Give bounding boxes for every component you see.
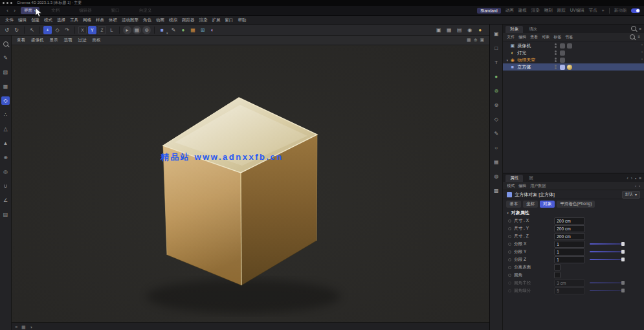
size-x-field[interactable]: 200 cm xyxy=(554,217,585,225)
mograph-cloner-icon[interactable]: ⊞ xyxy=(199,26,207,34)
visibility-dots[interactable] xyxy=(555,58,557,62)
object-name[interactable]: 物理天空 xyxy=(517,57,555,63)
tab-objects[interactable]: 对象 xyxy=(505,26,523,33)
enable-axis-icon[interactable]: ⊕ xyxy=(1,153,10,162)
tag-chip[interactable] xyxy=(560,50,565,56)
menu-animate[interactable]: 动画 xyxy=(156,17,164,23)
globe-icon[interactable]: ◍ xyxy=(492,172,500,181)
am-menu-edit[interactable]: 编辑 xyxy=(518,183,526,189)
window-close-button[interactable] xyxy=(3,2,5,4)
preset-dropdown[interactable]: 默认 ▾ xyxy=(622,191,640,199)
x-axis-lock-button[interactable]: X xyxy=(78,26,87,34)
size-y-field[interactable]: 200 cm xyxy=(554,225,585,232)
layout-tab[interactable]: 渲染 xyxy=(531,8,540,14)
filter-icon[interactable]: ≡ xyxy=(638,35,640,39)
menu-mograph[interactable]: 运动图形 xyxy=(122,17,139,23)
cube-primitive-icon[interactable]: ■ xyxy=(158,26,166,34)
menu-volume[interactable]: 体积 xyxy=(109,17,117,23)
arrow-left-icon[interactable]: ‹ xyxy=(635,184,636,188)
rotate-tool-icon[interactable]: ↷ xyxy=(63,26,71,34)
search-icon[interactable] xyxy=(631,26,636,32)
menu-create[interactable]: 创建 xyxy=(31,17,39,23)
om-menu-objects[interactable]: 对象 xyxy=(542,34,550,40)
segments-y-field[interactable]: 1 xyxy=(554,248,585,256)
layout-tab[interactable]: 雕刻 xyxy=(544,8,553,14)
tab-takes[interactable]: 场次 xyxy=(524,26,542,33)
volume-builder-icon[interactable]: ▦ xyxy=(189,26,197,34)
fillet-radius-field[interactable]: 3 cm xyxy=(554,280,585,287)
object-name[interactable]: 摄像机 xyxy=(517,43,555,49)
material-ball-icon[interactable]: ● xyxy=(476,26,484,34)
viewport-custom-layout-icon[interactable]: ▤ xyxy=(455,26,463,34)
coordinate-system-icon[interactable]: L xyxy=(107,26,116,34)
size-z-field[interactable]: 200 cm xyxy=(554,233,585,240)
menu-icon[interactable]: ≡ xyxy=(15,325,17,329)
top-menu-item[interactable]: 自定义 xyxy=(139,8,152,14)
axis-toggle-icon[interactable]: ⊕ xyxy=(474,38,478,43)
make-editable-icon[interactable]: ✎ xyxy=(1,54,10,62)
viewport-quad-layout-icon[interactable]: ▦ xyxy=(445,26,453,34)
texture-mode-icon[interactable]: ▦ xyxy=(1,82,10,91)
menu-spline[interactable]: 样条 xyxy=(96,17,104,23)
undo-icon[interactable]: ↺ xyxy=(3,26,11,34)
dynamics-icon[interactable]: ◐ xyxy=(208,26,217,34)
lock-icon[interactable]: • xyxy=(635,176,636,181)
menu-edit[interactable]: 编辑 xyxy=(18,17,27,23)
gpu-renderer-icon[interactable]: ◉ xyxy=(465,26,474,34)
viewport-menu-cameras[interactable]: 摄像机 xyxy=(31,38,44,43)
back-icon[interactable]: ‹ xyxy=(4,7,11,14)
object-properties-header[interactable]: ▾ 对象属性 xyxy=(503,209,644,217)
segments-x-slider[interactable] xyxy=(590,243,625,245)
camera-icon[interactable]: ▣ xyxy=(492,30,500,38)
live-selection-icon[interactable]: ↖ xyxy=(28,26,36,34)
window-zoom-button[interactable] xyxy=(10,2,12,4)
render-picture-viewer-icon[interactable]: ▦ xyxy=(133,26,141,34)
history-forward-icon[interactable]: › xyxy=(631,176,632,181)
visibility-dots[interactable] xyxy=(555,50,557,55)
am-menu-userdata[interactable]: 用户数据 xyxy=(530,183,546,189)
menu-help[interactable]: 帮助 xyxy=(238,17,247,23)
om-menu-edit[interactable]: 编辑 xyxy=(518,34,526,40)
om-menu-file[interactable]: 文件 xyxy=(507,34,515,40)
fillet-subdivision-field[interactable]: 5 xyxy=(554,287,585,294)
maximize-viewport-icon[interactable]: ▣ xyxy=(480,38,485,43)
text-tool-icon[interactable]: T xyxy=(492,58,500,67)
object-row-sky[interactable]: ▾ ◉ 物理天空 xyxy=(503,56,644,63)
layout-tab[interactable]: 建模 xyxy=(518,8,527,14)
spline-icon[interactable]: ◇ xyxy=(492,115,500,124)
tag-chip[interactable] xyxy=(567,43,572,49)
segments-x-field[interactable]: 1 xyxy=(554,241,585,248)
generator-icon[interactable]: ⊛ xyxy=(492,87,500,95)
visibility-dots[interactable] xyxy=(555,65,557,69)
segments-z-field[interactable]: 1 xyxy=(554,256,585,263)
viewport-single-layout-icon[interactable]: ▣ xyxy=(434,26,443,34)
arrow-right-icon[interactable]: › xyxy=(639,184,640,188)
tab-basic[interactable]: 基本 xyxy=(506,201,521,208)
edges-mode-icon[interactable]: △ xyxy=(1,125,10,133)
y-axis-lock-button[interactable]: Y xyxy=(88,26,96,34)
layout-tab[interactable]: 节点 xyxy=(589,8,597,14)
fillet-checkbox[interactable] xyxy=(554,272,561,278)
scale-tool-icon[interactable]: ◇ xyxy=(53,26,61,34)
viewport-solo-icon[interactable]: ◎ xyxy=(1,168,10,176)
subdivision-surface-icon[interactable]: ● xyxy=(179,26,188,34)
menu-character[interactable]: 角色 xyxy=(143,17,151,23)
redo-icon[interactable]: ↻ xyxy=(12,26,21,34)
checker-icon[interactable]: ▩ xyxy=(492,186,500,195)
quantize-icon[interactable]: ∠ xyxy=(1,196,10,204)
z-axis-lock-button[interactable]: Z xyxy=(98,26,106,34)
spline-pen-icon[interactable]: ✎ xyxy=(170,26,178,34)
window-minimize-button[interactable] xyxy=(6,2,8,4)
segments-z-slider[interactable] xyxy=(590,259,625,260)
object-row-light[interactable]: ◐ 灯光 xyxy=(503,49,644,56)
clock-icon[interactable]: ◑ xyxy=(30,325,32,329)
tab-phong[interactable]: 平滑着色(Phong) xyxy=(557,201,595,208)
new-features-toggle[interactable] xyxy=(631,8,640,13)
fillet-subdivision-slider[interactable] xyxy=(590,290,625,291)
tab-coord[interactable]: 坐标 xyxy=(523,201,538,208)
menu-mesh[interactable]: 网格 xyxy=(83,17,91,23)
viewport-menu-filter[interactable]: 过滤 xyxy=(78,38,87,43)
om-menu-bookmarks[interactable]: 书签 xyxy=(565,34,573,40)
om-menu-tags[interactable]: 标签 xyxy=(553,34,561,40)
panel-menu-icon[interactable]: ≡ xyxy=(639,176,641,181)
